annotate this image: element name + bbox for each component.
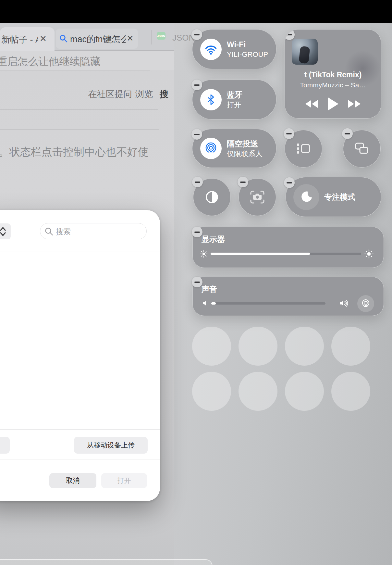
rewind-button[interactable] <box>304 99 318 108</box>
background-window-edge <box>330 505 330 565</box>
upload-from-mobile-button[interactable]: 从移动设备上传 <box>74 437 148 454</box>
remove-display-button[interactable] <box>192 227 202 237</box>
nav-search-partial[interactable]: 搜 <box>160 88 168 100</box>
sound-label: 声音 <box>202 284 217 295</box>
airdrop-text: 隔空投送 仅限联系人 <box>227 139 263 158</box>
screen-mirroring-icon <box>354 142 369 156</box>
remove-wifi-button[interactable] <box>191 29 202 40</box>
airdrop-title: 隔空投送 <box>227 139 263 149</box>
volume-min-icon <box>202 300 209 307</box>
screenshot-icon <box>250 190 265 204</box>
cancel-button[interactable]: 取消 <box>49 473 96 488</box>
brightness-slider[interactable] <box>211 253 361 255</box>
page-heading: 重启怎么让他继续隐藏 <box>0 55 101 69</box>
empty-slot <box>239 372 277 411</box>
remove-sound-button[interactable] <box>192 277 202 287</box>
json-favicon: JSON <box>157 32 165 40</box>
empty-slot <box>192 372 231 411</box>
empty-slot <box>192 327 231 366</box>
nav-ask-community[interactable]: 在社区提问 <box>88 88 132 100</box>
airdrop-icon <box>200 138 222 159</box>
dark-mode-button[interactable] <box>193 178 231 216</box>
tabbar-bottom-divider <box>55 50 174 51</box>
bluetooth-text: 蓝牙 打开 <box>227 90 242 109</box>
bluetooth-title: 蓝牙 <box>227 90 242 100</box>
tab-new-post-label: 新帖子 - Ap <box>1 34 38 45</box>
nav-browse[interactable]: 浏览 <box>135 88 153 100</box>
chevron-up-down-icon <box>0 226 6 237</box>
file-open-dialog: 从移动设备上传 取消 打开 <box>0 210 160 501</box>
screen: 新帖子 - Ap ✕ mac的fn键怎么 ✕ JSON JSON 重启怎么让他继… <box>0 0 392 565</box>
tab-new-post[interactable]: 新帖子 - Ap ✕ <box>0 27 55 51</box>
section-divider-1 <box>0 109 158 110</box>
tab-search-close-icon[interactable]: ✕ <box>127 34 134 43</box>
airplay-audio-button[interactable] <box>357 295 374 312</box>
album-art <box>292 39 318 65</box>
half-circle-icon <box>204 190 219 205</box>
wifi-network-name: YILI-GROUP <box>227 50 268 59</box>
airdrop-module[interactable]: 隔空投送 仅限联系人 <box>192 129 276 168</box>
wifi-text: Wi-Fi YILI-GROUP <box>227 39 268 59</box>
music-artist: TommyMuzzic – Sa… <box>285 81 381 89</box>
focus-module[interactable]: 专注模式 <box>286 177 381 217</box>
empty-slot <box>239 327 277 366</box>
brightness-max-icon <box>364 249 374 259</box>
search-icon <box>59 34 68 43</box>
remove-dark-mode-button[interactable] <box>192 177 203 187</box>
heading-divider <box>0 70 150 70</box>
play-button[interactable] <box>327 97 339 111</box>
brightness-fill <box>211 253 310 255</box>
tab-divider <box>152 30 152 44</box>
remove-screenshot-button[interactable] <box>238 177 248 187</box>
empty-slot <box>285 327 324 366</box>
wifi-title: Wi-Fi <box>227 39 268 50</box>
open-button-disabled[interactable]: 打开 <box>101 473 147 488</box>
volume-slider[interactable] <box>211 302 325 305</box>
remove-airdrop-button[interactable] <box>191 129 202 140</box>
tab-search-fn-key[interactable]: mac的fn键怎么 ✕ <box>56 29 138 49</box>
volume-max-icon <box>339 299 350 308</box>
dialog-search-input[interactable] <box>55 225 141 238</box>
wifi-module[interactable]: Wi-Fi YILI-GROUP <box>192 29 276 69</box>
dialog-footer-divider-2 <box>0 459 160 459</box>
screen-mirroring-button[interactable] <box>343 130 381 168</box>
focus-label: 专注模式 <box>324 192 355 202</box>
empty-slot <box>331 372 370 411</box>
bluetooth-module[interactable]: 蓝牙 打开 <box>192 80 276 119</box>
music-track-title: t (TikTok Remix) <box>285 70 381 79</box>
screenshot-button[interactable] <box>239 178 276 216</box>
empty-slot <box>285 372 324 411</box>
empty-slot <box>331 327 370 366</box>
dialog-header-divider <box>0 252 160 252</box>
volume-fill <box>211 302 216 305</box>
display-module[interactable]: 显示器 <box>192 227 384 268</box>
path-stepper-button[interactable] <box>0 223 11 239</box>
remove-focus-button[interactable] <box>284 177 295 188</box>
remove-bluetooth-button[interactable] <box>191 80 202 90</box>
remove-stage-manager-button[interactable] <box>284 128 294 139</box>
remove-music-button[interactable] <box>285 29 295 40</box>
bluetooth-status: 打开 <box>227 100 242 109</box>
background-window-corner <box>0 559 213 565</box>
tab-search-label: mac的fn键怎么 <box>70 33 126 45</box>
post-body-text: 。状态栏点击控制中心也不好使 <box>0 145 149 159</box>
section-divider-2 <box>0 129 159 130</box>
fast-forward-button[interactable] <box>348 99 362 108</box>
stage-manager-icon <box>296 142 311 156</box>
brightness-min-icon <box>199 249 208 258</box>
remove-screen-mirroring-button[interactable] <box>342 128 353 139</box>
search-icon <box>44 227 54 236</box>
airplay-audio-icon <box>360 298 372 309</box>
moon-icon <box>293 184 319 210</box>
tab-new-post-close-icon[interactable]: ✕ <box>40 34 47 43</box>
sound-module[interactable]: 声音 <box>192 277 384 316</box>
options-button-cutoff[interactable] <box>0 437 10 454</box>
music-widget[interactable]: t (TikTok Remix) TommyMuzzic – Sa… <box>285 29 381 119</box>
dialog-search-field[interactable] <box>40 223 147 239</box>
display-label: 显示器 <box>202 234 225 245</box>
airdrop-status: 仅限联系人 <box>227 149 263 158</box>
stage-manager-button[interactable] <box>285 130 322 168</box>
dialog-footer-divider-1 <box>0 429 160 430</box>
top-black-bar <box>0 0 392 23</box>
music-controls <box>285 94 381 114</box>
